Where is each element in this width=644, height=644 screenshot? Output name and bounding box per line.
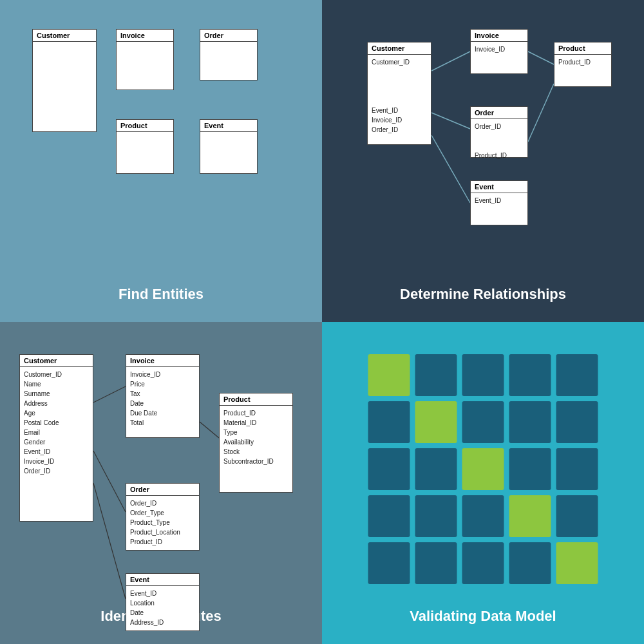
- svg-line-0: [431, 52, 470, 71]
- entity-body-order-q2: Order_IDProduct_ID: [471, 119, 527, 163]
- entity-body-invoice-q3: Invoice_IDPriceTaxDateDue DateTotal: [126, 367, 199, 430]
- entity-header-invoice-q1: Invoice: [117, 30, 173, 42]
- entity-header-event-q2: Event: [471, 181, 527, 193]
- entity-header-product-q1: Product: [117, 120, 173, 132]
- entity-header-event-q1: Event: [200, 120, 257, 132]
- entity-header-invoice-q2: Invoice: [471, 30, 527, 42]
- q2-title: Determine Relationships: [400, 286, 566, 303]
- grid-cell-1-0: [368, 401, 410, 443]
- entity-header-invoice-q3: Invoice: [126, 355, 199, 367]
- entity-header-order-q2: Order: [471, 107, 527, 119]
- entity-body-product-q3: Product_IDMaterial_IDTypeAvailabilitySto…: [220, 406, 292, 469]
- entity-body-customer-q3: Customer_IDNameSurnameAddressAgePostal C…: [20, 367, 93, 478]
- svg-line-6: [93, 451, 126, 512]
- entity-body-invoice-q2: Invoice_ID: [471, 42, 527, 57]
- validation-grid: [368, 354, 598, 584]
- entity-invoice-q1: Invoice: [116, 29, 174, 90]
- entity-body-event-q3: Event_IDLocationDateAddress_ID: [126, 586, 199, 630]
- svg-line-5: [93, 386, 126, 402]
- entity-event-q1: Event: [200, 119, 258, 174]
- grid-cell-3-0: [368, 495, 410, 537]
- quadrant-validating-data-model: Validating Data Model: [322, 322, 644, 644]
- grid-cell-4-1: [415, 542, 457, 584]
- entity-customer-q1: Customer: [32, 29, 97, 132]
- entity-header-order-q1: Order: [200, 30, 257, 42]
- quadrant-find-entities: Customer Invoice Order Product Event Fin…: [0, 0, 322, 322]
- grid-cell-4-4: [556, 542, 598, 584]
- entity-product-q1: Product: [116, 119, 174, 174]
- entity-header-customer-q3: Customer: [20, 355, 93, 367]
- main-grid: Customer Invoice Order Product Event Fin…: [0, 0, 644, 644]
- grid-cell-3-3: [509, 495, 551, 537]
- entity-body-product-q1: [117, 132, 173, 137]
- entity-product-q3: Product Product_IDMaterial_IDTypeAvailab…: [219, 393, 293, 493]
- grid-cell-2-2: [462, 448, 504, 490]
- entity-header-event-q3: Event: [126, 574, 199, 586]
- svg-line-8: [200, 422, 219, 438]
- svg-line-4: [528, 84, 554, 142]
- entity-header-customer-q2: Customer: [368, 43, 431, 55]
- grid-cell-1-1: [415, 401, 457, 443]
- grid-cell-0-4: [556, 354, 598, 396]
- grid-cell-0-3: [509, 354, 551, 396]
- entity-body-customer-q2: Customer_IDEvent_IDInvoice_IDOrder_ID: [368, 55, 431, 137]
- quadrant-determine-relationships: Customer Customer_IDEvent_IDInvoice_IDOr…: [322, 0, 644, 322]
- grid-cell-0-2: [462, 354, 504, 396]
- grid-cell-1-4: [556, 401, 598, 443]
- entity-order-q3: Order Order_IDOrder_TypeProduct_TypeProd…: [126, 483, 200, 551]
- svg-line-2: [431, 135, 470, 203]
- grid-cell-4-2: [462, 542, 504, 584]
- entity-customer-q3: Customer Customer_IDNameSurnameAddressAg…: [19, 354, 93, 522]
- svg-line-7: [93, 483, 126, 599]
- quadrant-identify-attributes: Customer Customer_IDNameSurnameAddressAg…: [0, 322, 322, 644]
- entity-event-q2: Event Event_ID: [470, 180, 528, 225]
- entity-header-product-q2: Product: [554, 43, 611, 55]
- entity-header-order-q3: Order: [126, 484, 199, 496]
- entity-customer-q2: Customer Customer_IDEvent_IDInvoice_IDOr…: [367, 42, 431, 145]
- grid-cell-4-3: [509, 542, 551, 584]
- entity-body-product-q2: Product_ID: [554, 55, 611, 70]
- grid-cell-2-4: [556, 448, 598, 490]
- grid-cell-3-2: [462, 495, 504, 537]
- q4-title: Validating Data Model: [410, 608, 556, 625]
- grid-cell-0-1: [415, 354, 457, 396]
- svg-line-3: [528, 52, 554, 64]
- entity-body-event-q2: Event_ID: [471, 193, 527, 208]
- grid-cell-1-2: [462, 401, 504, 443]
- grid-cell-3-1: [415, 495, 457, 537]
- grid-cell-1-3: [509, 401, 551, 443]
- entity-body-customer-q1: [33, 42, 96, 47]
- grid-cell-0-0: [368, 354, 410, 396]
- entity-invoice-q2: Invoice Invoice_ID: [470, 29, 528, 74]
- svg-line-1: [431, 113, 470, 129]
- entity-body-order-q3: Order_IDOrder_TypeProduct_TypeProduct_Lo…: [126, 496, 199, 549]
- entity-body-invoice-q1: [117, 42, 173, 47]
- grid-cell-2-3: [509, 448, 551, 490]
- entity-header-customer-q1: Customer: [33, 30, 96, 42]
- grid-cell-2-0: [368, 448, 410, 490]
- grid-cell-2-1: [415, 448, 457, 490]
- entity-body-event-q1: [200, 132, 257, 137]
- q1-title: Find Entities: [118, 286, 204, 303]
- entity-order-q2: Order Order_IDProduct_ID: [470, 106, 528, 158]
- entity-body-order-q1: [200, 42, 257, 47]
- entity-product-q2: Product Product_ID: [554, 42, 612, 87]
- grid-cell-3-4: [556, 495, 598, 537]
- entity-event-q3: Event Event_IDLocationDateAddress_ID: [126, 573, 200, 631]
- entity-invoice-q3: Invoice Invoice_IDPriceTaxDateDue DateTo…: [126, 354, 200, 438]
- entity-order-q1: Order: [200, 29, 258, 80]
- entity-header-product-q3: Product: [220, 393, 292, 406]
- grid-cell-4-0: [368, 542, 410, 584]
